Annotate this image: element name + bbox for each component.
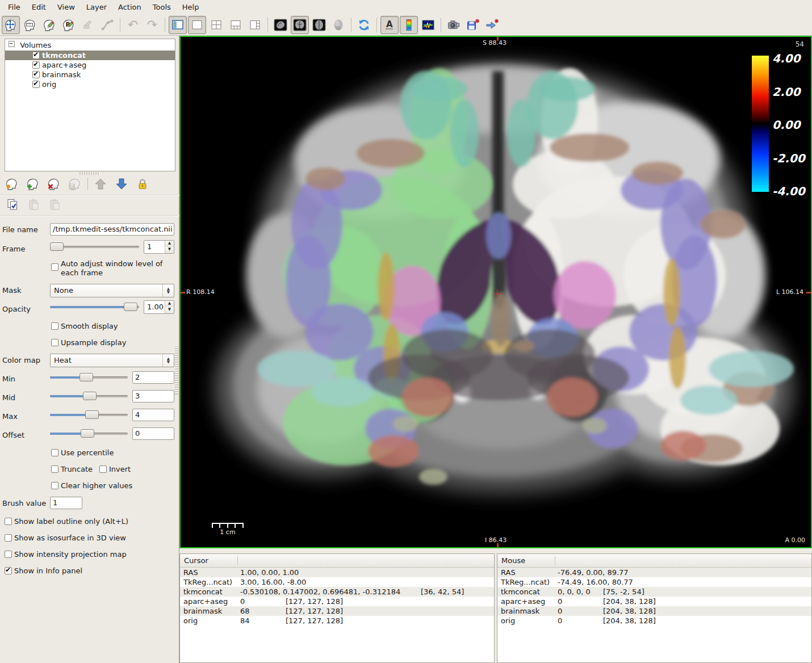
info-row-ras[interactable]: RAS 1.00, 0.00, 1.00 [180,568,494,577]
save-screenshot-icon[interactable] [464,16,482,34]
paste-settings-all-icon[interactable] [47,197,64,213]
menu-help[interactable]: Help [177,1,205,13]
navigate-tool-icon[interactable] [2,16,20,34]
load-volume-icon[interactable] [24,176,41,192]
lock-layer-icon[interactable] [134,176,151,192]
heat-min-input[interactable]: 2 [132,371,174,384]
move-layer-up-icon[interactable] [92,176,109,192]
copy-settings-icon[interactable] [5,197,22,213]
redo-icon[interactable]: ↷ [143,16,161,34]
info-row-brainmask[interactable]: brainmask 0 [204, 38, 128] [497,606,811,616]
layout-1and3-h-icon[interactable] [246,16,264,34]
screenshot-camera-icon[interactable] [445,16,463,34]
info-row-brainmask[interactable]: brainmask 68 [127, 127, 128] [180,606,494,616]
layout-1and3-icon[interactable] [227,16,245,34]
view-axial-icon[interactable] [310,16,328,34]
tree-item-orig[interactable]: orig [5,79,175,89]
view-coronal-icon[interactable] [291,16,309,34]
info-row-orig[interactable]: orig 0 [204, 38, 128] [497,616,811,626]
close-volume-icon[interactable] [45,176,62,192]
layer-visible-checkbox[interactable] [32,52,40,59]
opacity-spinbox[interactable]: 1.00 ▲▼ [144,300,174,314]
show-annotation-icon[interactable]: A [380,16,399,34]
heat-min-slider[interactable] [50,373,128,381]
menu-edit[interactable]: Edit [26,1,52,13]
refresh-icon[interactable] [355,16,373,34]
layout-2x2-icon[interactable] [207,16,225,34]
brush-value-input[interactable]: 1 [50,497,82,509]
anterior-coordinate-label: A 0.00 [785,536,805,544]
heat-mid-slider[interactable] [50,392,128,400]
auto-adjust-checkbox[interactable] [51,263,58,271]
view-sagittal-icon[interactable] [271,16,290,34]
path-tool-icon[interactable] [98,16,116,34]
upsample-display-checkbox[interactable] [51,339,58,346]
truncate-checkbox[interactable] [51,465,58,473]
layers-tree[interactable]: Volumes tkmconcat aparc+aseg brainmask o… [5,39,175,171]
color-map-dropdown[interactable]: Heat ▲▼ [50,354,174,367]
menu-file[interactable]: File [2,1,26,13]
use-percentile-checkbox[interactable] [51,449,58,456]
measure-tool-icon[interactable] [21,16,39,34]
heat-max-slider[interactable] [50,410,128,419]
show-colorbar-icon[interactable] [400,16,418,34]
undo-icon[interactable]: ↶ [124,16,142,34]
tree-item-aparc-aseg[interactable]: aparc+aseg [5,60,175,70]
show-isosurface-checkbox[interactable] [5,534,12,542]
show-intensity-projection-checkbox[interactable] [5,551,12,558]
info-row-ras[interactable]: RAS -76.49, 0.00, 89.77 [497,568,811,577]
info-row-tkreg[interactable]: TkReg...ncat) -74.49, 16.00, 80.77 [497,577,811,587]
mask-dropdown[interactable]: None ▲▼ [50,284,174,297]
menu-tools[interactable]: Tools [147,1,177,13]
opacity-slider[interactable] [50,303,139,311]
info-row-tkmconcat[interactable]: tkmconcat 0, 0, 0, 0 [75, -2, 54] [497,587,811,597]
menu-view[interactable]: View [52,1,81,13]
time-course-icon[interactable] [419,16,437,34]
menu-action[interactable]: Action [112,1,147,13]
recon-edit-tool-icon[interactable] [79,16,97,34]
slice-view[interactable]: 4.00 2.00 0.00 -2.00 -4.00 54 S 88.43 R … [179,36,812,548]
heat-offset-slider[interactable] [50,429,128,438]
heat-mid-input[interactable]: 3 [132,390,174,402]
layer-visible-checkbox[interactable] [32,81,40,88]
panel-splitter-grip[interactable] [175,346,178,395]
show-label-outline-checkbox[interactable] [5,518,12,525]
file-name-input[interactable]: /tmp.tkmedit-sess/tkmconcat.nii [50,223,174,236]
tree-expander-icon[interactable] [9,41,15,47]
roi-edit-tool-icon[interactable]: R [60,16,78,34]
menu-layer[interactable]: Layer [81,1,112,13]
layer-visible-checkbox[interactable] [32,61,40,69]
panel-toggle-icon[interactable] [169,16,187,34]
clear-higher-values-checkbox[interactable] [51,482,58,489]
heat-offset-input[interactable]: 0 [132,427,174,440]
splitter-strip[interactable] [179,548,812,553]
layout-1x1-icon[interactable] [188,16,206,34]
move-layer-down-icon[interactable] [113,176,130,192]
info-row-tkmconcat[interactable]: tkmconcat -0.530108, 0.147002, 0.696481,… [180,587,494,597]
new-volume-icon[interactable] [3,176,20,192]
frame-spinbox[interactable]: 1 ▲▼ [144,240,174,254]
tree-item-brainmask[interactable]: brainmask [5,70,175,79]
tree-root-row[interactable]: Volumes [5,39,175,51]
info-row-aparc-aseg[interactable]: aparc+aseg 0 [127, 127, 128] [180,597,494,606]
layer-visible-checkbox[interactable] [32,71,40,78]
info-row-orig[interactable]: orig 84 [127, 127, 128] [180,616,494,626]
splitter-grip[interactable] [79,172,100,175]
smooth-display-checkbox[interactable] [51,322,58,330]
heat-mid-label: Mid [2,393,15,402]
voxel-edit-tool-icon[interactable] [40,16,58,34]
show-in-info-panel-checkbox[interactable] [5,567,12,574]
view-3d-head-icon[interactable] [329,16,348,34]
info-row-aparc-aseg[interactable]: aparc+aseg 0 [204, 38, 128] [497,597,811,606]
info-row-tkreg[interactable]: TkReg...ncat) 3.00, 16.00, -8.00 [180,577,494,587]
divider [0,195,179,196]
invert-checkbox[interactable] [99,465,107,473]
truncate-label: Truncate [61,465,93,473]
heat-max-input[interactable]: 4 [132,409,174,421]
cursor-panel-title: Cursor [184,556,208,565]
frame-slider[interactable] [50,242,139,251]
paste-settings-icon[interactable] [26,197,43,213]
tree-item-tkmconcat[interactable]: tkmconcat [5,51,175,60]
goto-point-icon[interactable] [483,16,501,34]
save-volume-icon[interactable] [66,176,83,192]
